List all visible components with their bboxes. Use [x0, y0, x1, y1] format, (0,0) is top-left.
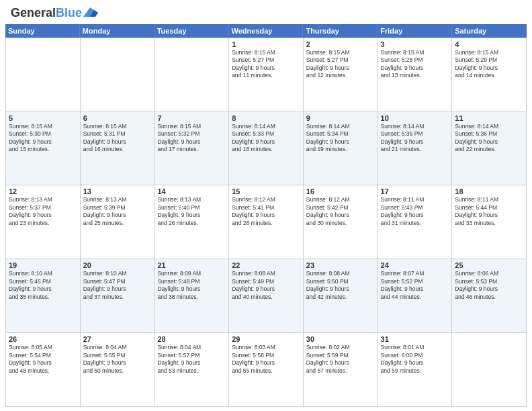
day-number: 27 [83, 335, 152, 343]
day-info: Sunrise: 8:13 AM Sunset: 5:39 PM Dayligh… [83, 196, 152, 227]
weekday-header: Wednesday [229, 24, 304, 38]
day-number: 31 [381, 335, 449, 343]
day-info: Sunrise: 8:04 AM Sunset: 5:55 PM Dayligh… [83, 344, 152, 375]
weekday-header: Friday [378, 24, 452, 38]
day-number: 8 [232, 114, 300, 122]
day-info: Sunrise: 8:15 AM Sunset: 5:29 PM Dayligh… [455, 49, 523, 80]
day-info: Sunrise: 8:07 AM Sunset: 5:52 PM Dayligh… [381, 270, 449, 301]
calendar-cell: 6Sunrise: 8:15 AM Sunset: 5:31 PM Daylig… [81, 112, 155, 186]
day-number: 23 [306, 261, 375, 269]
day-number: 3 [381, 40, 449, 48]
calendar-cell: 19Sunrise: 8:10 AM Sunset: 5:45 PM Dayli… [6, 259, 81, 333]
day-info: Sunrise: 8:15 AM Sunset: 5:31 PM Dayligh… [83, 123, 152, 154]
day-number: 30 [306, 335, 375, 343]
day-info: Sunrise: 8:12 AM Sunset: 5:41 PM Dayligh… [232, 196, 300, 227]
day-info: Sunrise: 8:14 AM Sunset: 5:36 PM Dayligh… [455, 123, 523, 154]
calendar-cell: 28Sunrise: 8:04 AM Sunset: 5:57 PM Dayli… [154, 333, 229, 407]
day-number: 5 [9, 114, 77, 122]
calendar-cell [6, 38, 81, 112]
calendar-body: 1Sunrise: 8:15 AM Sunset: 5:27 PM Daylig… [5, 38, 527, 407]
day-number: 22 [232, 261, 300, 269]
day-info: Sunrise: 8:08 AM Sunset: 5:49 PM Dayligh… [232, 270, 300, 301]
calendar-cell [452, 333, 527, 407]
day-number: 21 [157, 261, 226, 269]
calendar-cell: 11Sunrise: 8:14 AM Sunset: 5:36 PM Dayli… [452, 112, 527, 186]
calendar-cell: 31Sunrise: 8:01 AM Sunset: 6:00 PM Dayli… [378, 333, 453, 407]
calendar-row: 19Sunrise: 8:10 AM Sunset: 5:45 PM Dayli… [6, 259, 527, 333]
calendar-cell: 1Sunrise: 8:15 AM Sunset: 5:27 PM Daylig… [229, 38, 304, 112]
calendar-cell: 29Sunrise: 8:03 AM Sunset: 5:58 PM Dayli… [229, 333, 304, 407]
calendar-row: 5Sunrise: 8:15 AM Sunset: 5:30 PM Daylig… [6, 112, 527, 186]
page: GeneralBlue SundayMondayTuesdayWednesday… [0, 0, 532, 411]
day-info: Sunrise: 8:15 AM Sunset: 5:30 PM Dayligh… [9, 123, 77, 154]
logo: GeneralBlue [11, 7, 98, 20]
day-number: 1 [232, 40, 300, 48]
calendar-cell: 7Sunrise: 8:15 AM Sunset: 5:32 PM Daylig… [154, 112, 229, 186]
day-info: Sunrise: 8:13 AM Sunset: 5:40 PM Dayligh… [157, 196, 226, 227]
day-info: Sunrise: 8:04 AM Sunset: 5:57 PM Dayligh… [157, 344, 226, 375]
day-number: 2 [306, 40, 375, 48]
day-info: Sunrise: 8:08 AM Sunset: 5:50 PM Dayligh… [306, 270, 375, 301]
weekday-header: Tuesday [154, 24, 229, 38]
calendar-cell: 25Sunrise: 8:06 AM Sunset: 5:53 PM Dayli… [452, 259, 527, 333]
calendar-cell: 27Sunrise: 8:04 AM Sunset: 5:55 PM Dayli… [81, 333, 155, 407]
day-number: 16 [306, 187, 375, 195]
day-info: Sunrise: 8:14 AM Sunset: 5:33 PM Dayligh… [232, 123, 300, 154]
day-number: 26 [9, 335, 77, 343]
calendar-cell: 26Sunrise: 8:05 AM Sunset: 5:54 PM Dayli… [6, 333, 81, 407]
weekday-header: Thursday [303, 24, 378, 38]
day-info: Sunrise: 8:13 AM Sunset: 5:37 PM Dayligh… [9, 196, 77, 227]
day-number: 14 [157, 187, 226, 195]
day-number: 11 [455, 114, 523, 122]
calendar-header: SundayMondayTuesdayWednesdayThursdayFrid… [5, 24, 527, 38]
calendar-cell: 9Sunrise: 8:14 AM Sunset: 5:34 PM Daylig… [304, 112, 378, 186]
day-info: Sunrise: 8:15 AM Sunset: 5:32 PM Dayligh… [157, 123, 226, 154]
day-number: 9 [306, 114, 375, 122]
weekday-header: Monday [80, 24, 154, 38]
day-number: 29 [232, 335, 300, 343]
calendar-cell: 14Sunrise: 8:13 AM Sunset: 5:40 PM Dayli… [154, 185, 229, 259]
day-number: 20 [83, 261, 152, 269]
day-info: Sunrise: 8:14 AM Sunset: 5:35 PM Dayligh… [381, 123, 449, 154]
calendar-cell: 3Sunrise: 8:15 AM Sunset: 5:28 PM Daylig… [378, 38, 453, 112]
day-number: 19 [9, 261, 77, 269]
day-number: 17 [381, 187, 449, 195]
calendar-row: 26Sunrise: 8:05 AM Sunset: 5:54 PM Dayli… [6, 333, 527, 407]
calendar-cell: 22Sunrise: 8:08 AM Sunset: 5:49 PM Dayli… [229, 259, 304, 333]
day-number: 24 [381, 261, 449, 269]
day-info: Sunrise: 8:10 AM Sunset: 5:45 PM Dayligh… [9, 270, 77, 301]
day-number: 12 [9, 187, 77, 195]
calendar-cell: 17Sunrise: 8:11 AM Sunset: 5:43 PM Dayli… [378, 185, 453, 259]
day-info: Sunrise: 8:05 AM Sunset: 5:54 PM Dayligh… [9, 344, 77, 375]
day-info: Sunrise: 8:12 AM Sunset: 5:42 PM Dayligh… [306, 196, 375, 227]
day-number: 6 [83, 114, 152, 122]
day-number: 10 [381, 114, 449, 122]
calendar-cell: 2Sunrise: 8:15 AM Sunset: 5:27 PM Daylig… [304, 38, 378, 112]
calendar-cell: 18Sunrise: 8:11 AM Sunset: 5:44 PM Dayli… [452, 185, 527, 259]
day-number: 4 [455, 40, 523, 48]
calendar-cell: 15Sunrise: 8:12 AM Sunset: 5:41 PM Dayli… [229, 185, 304, 259]
calendar-row: 1Sunrise: 8:15 AM Sunset: 5:27 PM Daylig… [6, 38, 527, 112]
calendar-cell: 8Sunrise: 8:14 AM Sunset: 5:33 PM Daylig… [229, 112, 304, 186]
day-info: Sunrise: 8:11 AM Sunset: 5:43 PM Dayligh… [381, 196, 449, 227]
logo-general: General [11, 6, 56, 19]
day-info: Sunrise: 8:10 AM Sunset: 5:47 PM Dayligh… [83, 270, 152, 301]
calendar-cell: 4Sunrise: 8:15 AM Sunset: 5:29 PM Daylig… [452, 38, 527, 112]
day-info: Sunrise: 8:11 AM Sunset: 5:44 PM Dayligh… [455, 196, 523, 227]
day-number: 18 [455, 187, 523, 195]
calendar-cell: 12Sunrise: 8:13 AM Sunset: 5:37 PM Dayli… [6, 185, 81, 259]
calendar-cell: 24Sunrise: 8:07 AM Sunset: 5:52 PM Dayli… [378, 259, 453, 333]
day-info: Sunrise: 8:06 AM Sunset: 5:53 PM Dayligh… [455, 270, 523, 301]
day-number: 25 [455, 261, 523, 269]
logo-text: GeneralBlue [11, 7, 82, 20]
calendar: SundayMondayTuesdayWednesdayThursdayFrid… [0, 24, 532, 411]
day-info: Sunrise: 8:09 AM Sunset: 5:48 PM Dayligh… [157, 270, 226, 301]
calendar-cell: 20Sunrise: 8:10 AM Sunset: 5:47 PM Dayli… [81, 259, 155, 333]
day-number: 15 [232, 187, 300, 195]
calendar-cell: 23Sunrise: 8:08 AM Sunset: 5:50 PM Dayli… [304, 259, 378, 333]
day-number: 28 [157, 335, 226, 343]
weekday-header: Sunday [5, 24, 80, 38]
day-number: 7 [157, 114, 226, 122]
day-info: Sunrise: 8:14 AM Sunset: 5:34 PM Dayligh… [306, 123, 375, 154]
day-info: Sunrise: 8:01 AM Sunset: 6:00 PM Dayligh… [381, 344, 449, 375]
